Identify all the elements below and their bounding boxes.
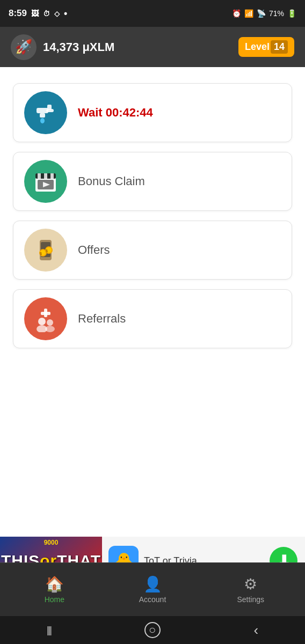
app-header: 🚀 14,373 μXLM Level 14 <box>0 27 305 67</box>
status-bar: 8:59 🖼 ⏱ ◇ • ⏰ 📶 📡 71% 🔋 <box>0 0 305 27</box>
settings-icon: ⚙ <box>244 575 257 593</box>
bonus-icon-circle <box>24 160 67 203</box>
faucet-icon-circle <box>24 91 67 134</box>
svg-point-25 <box>45 326 55 332</box>
level-badge: Level 14 <box>238 37 294 57</box>
account-nav-label: Account <box>139 595 166 604</box>
nav-item-settings[interactable]: ⚙ Settings <box>201 575 300 604</box>
wifi-icon: 📶 <box>244 9 253 18</box>
status-time: 8:59 <box>9 8 27 19</box>
nav-item-home[interactable]: 🏠 Home <box>5 575 104 604</box>
battery-icon: 🔋 <box>287 9 296 18</box>
faucet-wait-label: Wait 00:42:44 <box>78 106 153 120</box>
svg-rect-8 <box>44 173 47 179</box>
svg-point-24 <box>47 319 53 326</box>
level-number: 14 <box>271 40 288 54</box>
svg-rect-9 <box>50 173 54 179</box>
diamond-icon: ◇ <box>54 10 60 18</box>
level-label: Level <box>245 41 270 53</box>
home-icon: 🏠 <box>45 575 64 593</box>
home-nav-label: Home <box>45 595 64 604</box>
status-bar-right: ⏰ 📶 📡 71% 🔋 <box>232 9 296 18</box>
svg-rect-7 <box>38 173 41 179</box>
svg-point-22 <box>38 318 46 325</box>
alarm-icon: ⏰ <box>232 9 241 18</box>
battery-text: 71% <box>269 9 284 18</box>
referrals-card[interactable]: Referrals <box>13 289 292 348</box>
back-button[interactable]: ‹ <box>253 622 258 639</box>
offers-card[interactable]: $ $ Offers <box>13 221 292 280</box>
faucet-card[interactable]: Wait 00:42:44 <box>13 83 292 142</box>
offers-svg: $ $ <box>32 237 59 264</box>
svg-point-4 <box>40 118 45 123</box>
faucet-svg <box>32 99 59 126</box>
referrals-icon-circle <box>24 297 67 340</box>
referrals-svg <box>32 305 59 332</box>
offers-label: Offers <box>78 243 110 257</box>
home-button[interactable]: ○ <box>144 622 161 638</box>
clock-icon: ⏱ <box>43 10 50 18</box>
clapperboard-svg <box>32 168 59 195</box>
main-content: Wait 00:42:44 Bonus Claim <box>0 67 305 348</box>
referrals-label: Referrals <box>78 312 126 326</box>
header-left: 🚀 14,373 μXLM <box>11 34 114 60</box>
photo-icon: 🖼 <box>31 9 39 18</box>
svg-rect-3 <box>40 113 45 118</box>
svg-text:$: $ <box>46 249 48 253</box>
settings-nav-label: Settings <box>237 595 264 604</box>
recents-button[interactable]: ||| <box>47 625 51 636</box>
svg-rect-21 <box>41 312 50 315</box>
nav-item-account[interactable]: 👤 Account <box>104 575 202 604</box>
app-logo: 🚀 <box>11 34 37 60</box>
offers-icon-circle: $ $ <box>24 229 67 272</box>
svg-rect-2 <box>47 105 52 110</box>
bonus-claim-label: Bonus Claim <box>78 174 145 188</box>
bottom-navigation: 🏠 Home 👤 Account ⚙ Settings <box>0 562 305 616</box>
balance-display: 14,373 μXLM <box>43 40 114 54</box>
system-nav-bar: ||| ○ ‹ <box>0 616 305 644</box>
dot-icon: • <box>64 8 67 19</box>
bonus-claim-card[interactable]: Bonus Claim <box>13 152 292 211</box>
account-icon: 👤 <box>143 575 162 593</box>
signal-icon: 📡 <box>257 9 266 18</box>
status-bar-left: 8:59 🖼 ⏱ ◇ • <box>9 8 67 19</box>
rocket-icon: 🚀 <box>15 39 32 55</box>
svg-text:$: $ <box>40 252 42 256</box>
